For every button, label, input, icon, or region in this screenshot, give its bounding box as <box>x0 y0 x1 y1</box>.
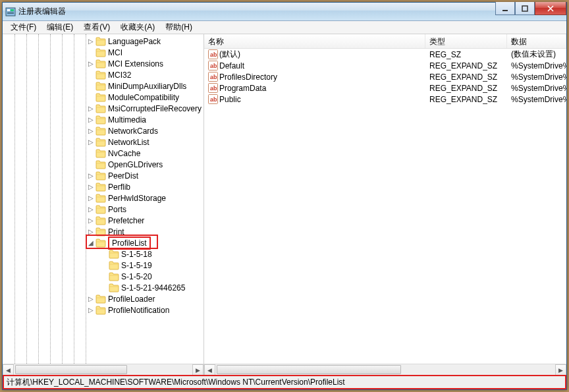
list-row[interactable]: DefaultREG_EXPAND_SZ%SystemDrive% <box>204 60 566 71</box>
tree-item[interactable]: S-1-5-19 <box>3 260 203 271</box>
tree-item[interactable]: MiniDumpAuxiliaryDlls <box>3 80 203 92</box>
expand-icon[interactable]: ▷ <box>87 228 95 235</box>
tree-item-label: OpenGLDrivers <box>108 160 163 169</box>
menu-help[interactable]: 帮助(H) <box>160 21 198 34</box>
tree-item[interactable]: ▷Ports <box>3 204 203 215</box>
menu-edit[interactable]: 编辑(E) <box>41 21 78 34</box>
tree-item[interactable]: MCI <box>3 47 203 58</box>
expand-icon[interactable]: ▷ <box>87 295 95 302</box>
expand-icon[interactable]: ▷ <box>87 138 95 146</box>
tree-item[interactable]: NvCache <box>3 148 203 159</box>
tree-item-label: PerHwIdStorage <box>108 194 166 203</box>
tree-item-label: MCI32 <box>108 70 131 80</box>
list-hscroll-thumb[interactable] <box>217 365 401 374</box>
string-value-icon <box>208 83 218 93</box>
tree-item[interactable]: ▷ProfileNotification <box>3 304 203 316</box>
list-hscroll-track[interactable] <box>215 364 555 375</box>
list-hscrollbar[interactable]: ◀ ▶ <box>204 364 566 375</box>
tree-hscroll-thumb[interactable] <box>15 365 127 374</box>
menu-file[interactable]: 文件(F) <box>5 21 41 34</box>
tree-scroll-area[interactable]: ▷LanguagePackMCI▷MCI ExtensionsMCI32Mini… <box>3 34 203 364</box>
list-hscroll-left[interactable]: ◀ <box>204 364 215 375</box>
close-button[interactable] <box>535 2 566 15</box>
cell-type: REG_EXPAND_SZ <box>425 95 507 104</box>
folder-icon <box>109 250 119 259</box>
expand-icon[interactable]: ▷ <box>87 105 95 112</box>
tree-item[interactable]: ▷NetworkList <box>3 136 203 148</box>
expand-icon[interactable]: ▷ <box>87 306 95 314</box>
tree-item-label: Prefetcher <box>108 216 144 225</box>
value-name: ProgramData <box>219 84 266 93</box>
cell-type: REG_EXPAND_SZ <box>425 72 507 82</box>
tree-item[interactable]: OpenGLDrivers <box>3 159 203 170</box>
tree-item[interactable]: ▷Multimedia <box>3 114 203 125</box>
list-row[interactable]: PublicREG_EXPAND_SZ%SystemDrive% <box>204 94 566 105</box>
cell-type: REG_SZ <box>425 50 507 59</box>
list-body[interactable]: (默认)REG_SZ(数值未设置)DefaultREG_EXPAND_SZ%Sy… <box>204 49 566 105</box>
expand-icon[interactable]: ▷ <box>87 127 95 134</box>
title-bar[interactable]: 注册表编辑器 <box>3 3 566 21</box>
tree-item[interactable]: ▷Perflib <box>3 181 203 192</box>
expand-icon[interactable]: ▷ <box>87 194 95 202</box>
tree-item[interactable]: ▷Print <box>3 226 203 237</box>
expand-icon[interactable]: ▷ <box>87 183 95 190</box>
folder-icon <box>95 171 106 181</box>
folder-icon <box>95 205 106 214</box>
registry-tree: ▷LanguagePackMCI▷MCI ExtensionsMCI32Mini… <box>3 34 203 316</box>
tree-item[interactable]: ▷PeerDist <box>3 170 203 181</box>
tree-item[interactable]: ▷NetworkCards <box>3 125 203 136</box>
list-hscroll-right[interactable]: ▶ <box>555 364 566 375</box>
tree-item[interactable]: ▷PerHwIdStorage <box>3 192 203 204</box>
folder-icon <box>95 104 106 113</box>
tree-item[interactable]: S-1-5-20 <box>3 271 203 282</box>
tree-item[interactable]: S-1-5-21-9446265 <box>3 282 203 293</box>
menu-favorites[interactable]: 收藏夹(A) <box>115 21 160 34</box>
folder-icon <box>95 59 106 69</box>
cell-data: %SystemDrive% <box>507 84 566 93</box>
tree-item-label: S-1-5-18 <box>121 250 152 259</box>
tree-item[interactable]: MCI32 <box>3 69 203 80</box>
col-type[interactable]: 类型 <box>425 34 507 48</box>
collapse-icon[interactable]: ◢ <box>87 239 95 246</box>
folder-icon <box>95 216 106 225</box>
string-value-icon <box>208 94 218 104</box>
expand-icon[interactable]: ▷ <box>87 206 95 213</box>
status-path: 计算机\HKEY_LOCAL_MACHINE\SOFTWARE\Microsof… <box>7 377 345 388</box>
expand-icon[interactable]: ▷ <box>87 60 95 67</box>
folder-icon <box>95 149 106 158</box>
col-name[interactable]: 名称 <box>204 34 425 48</box>
tree-item[interactable]: S-1-5-18 <box>3 248 203 260</box>
tree-item[interactable]: ▷LanguagePack <box>3 36 203 47</box>
list-row[interactable]: ProgramDataREG_EXPAND_SZ%SystemDrive% <box>204 82 566 94</box>
minimize-button[interactable] <box>495 2 515 15</box>
folder-icon <box>95 160 106 169</box>
folder-icon <box>95 82 106 91</box>
tree-item[interactable]: ▷MCI Extensions <box>3 58 203 69</box>
tree-item[interactable]: ▷Prefetcher <box>3 215 203 226</box>
maximize-button[interactable] <box>515 2 535 15</box>
tree-item-label: NvCache <box>108 149 140 158</box>
folder-icon <box>109 261 119 270</box>
tree-item-label: Perflib <box>108 182 130 192</box>
list-row[interactable]: (默认)REG_SZ(数值未设置) <box>204 49 566 60</box>
tree-hscrollbar[interactable]: ◀ ▶ <box>3 364 203 375</box>
expand-icon[interactable]: ▷ <box>87 172 95 179</box>
col-data[interactable]: 数据 <box>507 34 566 48</box>
tree-item-label: S-1-5-21-9446265 <box>121 283 185 293</box>
tree-item-label: MCI Extensions <box>108 59 163 69</box>
list-row[interactable]: ProfilesDirectoryREG_EXPAND_SZ%SystemDri… <box>204 71 566 82</box>
menu-view[interactable]: 查看(V) <box>78 21 115 34</box>
tree-item[interactable]: ModuleCompatibility <box>3 92 203 103</box>
svg-rect-1 <box>7 9 10 11</box>
expand-icon[interactable]: ▷ <box>87 38 95 45</box>
tree-item[interactable]: ◢ProfileList <box>3 237 203 248</box>
tree-hscroll-left[interactable]: ◀ <box>3 364 14 375</box>
tree-item[interactable]: ▷ProfileLoader <box>3 293 203 304</box>
tree-hscroll-track[interactable] <box>14 364 192 375</box>
tree-item[interactable]: ▷MsiCorruptedFileRecovery <box>3 103 203 114</box>
tree-hscroll-right[interactable]: ▶ <box>192 364 203 375</box>
tree-item-label: ProfileLoader <box>108 294 155 304</box>
expand-icon[interactable]: ▷ <box>87 116 95 123</box>
folder-icon <box>95 194 106 203</box>
expand-icon[interactable]: ▷ <box>87 217 95 224</box>
